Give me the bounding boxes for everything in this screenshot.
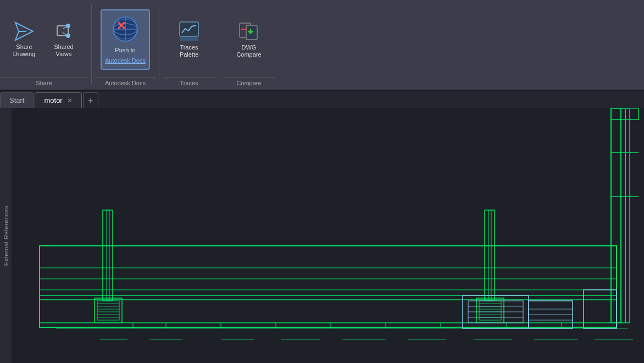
traces-section-label: Traces: [163, 77, 215, 90]
drawing-canvas[interactable]: [12, 108, 644, 363]
svg-rect-14: [180, 22, 198, 36]
traces-buttons: TracesPalette: [163, 0, 215, 77]
shared-views-icon: [54, 21, 74, 41]
dwg-compare-button[interactable]: DWGCompare: [228, 12, 270, 67]
motor-tab[interactable]: motor ✕: [35, 92, 81, 108]
dwg-compare-icon: [238, 21, 259, 42]
traces-section: TracesPalette Traces: [163, 0, 215, 90]
start-tab-label: Start: [9, 96, 24, 105]
svg-line-5: [63, 27, 66, 29]
traces-palette-label: TracesPalette: [180, 44, 198, 58]
divider-2: [159, 4, 159, 85]
svg-line-6: [63, 32, 66, 35]
divider-1: [91, 4, 92, 85]
autodesk-docs-section: Push to Autodesk Docs Autodesk Docs: [95, 0, 156, 90]
push-to-autodesk-docs-button[interactable]: Push to Autodesk Docs: [101, 9, 150, 70]
start-tab[interactable]: Start: [0, 92, 34, 108]
share-section-label: Share: [0, 77, 88, 90]
autodesk-docs-icon: [111, 15, 140, 43]
share-section: ShareDrawing SharedViews Share: [0, 0, 88, 90]
push-to-autodesk-docs-label: Push to: [115, 47, 135, 54]
share-buttons: ShareDrawing SharedViews: [0, 0, 88, 77]
share-drawing-icon: [14, 21, 34, 41]
add-tab-button[interactable]: +: [83, 92, 98, 108]
autodesk-docs-buttons: Push to Autodesk Docs: [95, 0, 156, 77]
svg-rect-20: [250, 29, 252, 34]
ribbon-toolbar: ShareDrawing SharedViews Share: [0, 0, 644, 91]
cad-drawing-svg: [12, 108, 644, 363]
share-drawing-label: ShareDrawing: [13, 43, 35, 58]
compare-buttons: DWGCompare: [223, 0, 275, 77]
svg-point-3: [66, 24, 70, 28]
autodesk-docs-section-label: Autodesk Docs: [95, 77, 156, 90]
push-to-autodesk-docs-label2: Autodesk Docs: [105, 57, 146, 64]
motor-tab-close[interactable]: ✕: [67, 97, 73, 104]
svg-rect-15: [180, 37, 198, 41]
tabs-bar: Start motor ✕ +: [0, 91, 644, 108]
compare-section-label: Compare: [223, 77, 275, 90]
main-content: External References: [0, 108, 644, 363]
motor-tab-label: motor: [44, 96, 62, 105]
external-references-label: External References: [3, 206, 9, 266]
add-tab-icon: +: [88, 96, 93, 106]
dwg-compare-label: DWGCompare: [236, 44, 261, 58]
svg-rect-18: [241, 29, 247, 30]
shared-views-label: SharedViews: [54, 43, 73, 58]
traces-palette-button[interactable]: TracesPalette: [168, 12, 210, 67]
svg-rect-2: [57, 26, 68, 36]
svg-point-4: [66, 34, 70, 38]
share-drawing-button[interactable]: ShareDrawing: [5, 12, 43, 67]
shared-views-button[interactable]: SharedViews: [45, 12, 82, 67]
divider-3: [219, 4, 219, 85]
traces-icon: [179, 21, 199, 42]
external-references-panel: External References: [0, 108, 12, 363]
compare-section: DWGCompare Compare: [223, 0, 275, 90]
